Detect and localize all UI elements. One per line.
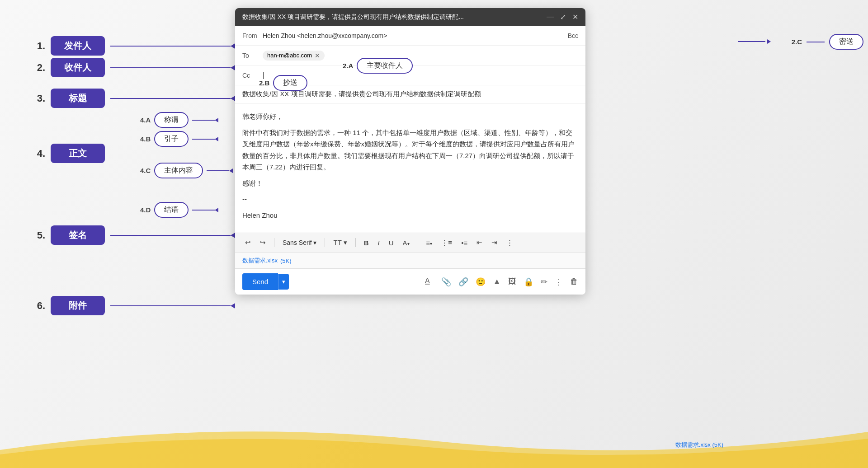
redo-btn[interactable]: ↪ [257, 237, 269, 248]
annotation-number-1: 1. [27, 40, 45, 52]
send-bar: Send ▾ A 📎 🔗 🙂 ▲ 🖼 🔒 ✏ ⋮ 🗑 [235, 268, 585, 295]
annotation-number-3: 3. [27, 93, 45, 104]
photo-icon[interactable]: 🖼 [508, 277, 516, 286]
right-num-2c: 2.C [792, 38, 802, 46]
body-signature-dash: -- [242, 193, 578, 205]
maximize-btn[interactable]: ⤢ [560, 13, 566, 21]
from-value: Helen Zhou <helen.zhou@xxcompany.com> [263, 32, 568, 39]
minimize-btn[interactable]: — [547, 13, 554, 21]
toolbar-sep-3 [355, 238, 356, 247]
recipient-chip[interactable]: han-m@abc.com ✕ [263, 51, 325, 61]
indent-more-btn[interactable]: ⇥ [489, 237, 500, 248]
bullet-list-btn[interactable]: •≡ [458, 237, 470, 248]
from-row: From Helen Zhou <helen.zhou@xxcompany.co… [235, 26, 585, 46]
attachment-filename: 数据需求.xlsx [242, 257, 278, 265]
email-compose-window: 数据收集/因 XX 项目调研需要，请提供贵公司现有用户结构数据供制定调研配...… [235, 8, 585, 295]
recipient-remove-btn[interactable]: ✕ [315, 52, 320, 59]
annotation-number-6: 6. [27, 300, 45, 312]
annotation-6: 6. 附件 [27, 296, 235, 315]
sub-num-4c: 4.C [140, 167, 151, 174]
undo-btn[interactable]: ↩ [242, 237, 254, 248]
annotation-number-4: 4. [27, 148, 45, 159]
toolbar-sep-2 [325, 238, 325, 247]
align-btn[interactable]: ≡▾ [424, 237, 435, 248]
sub-annotation-4a: 4.A 称谓 [140, 112, 218, 128]
right-badge-2a: 主要收件人 [357, 58, 413, 74]
text-size-btn[interactable]: TT ▾ [330, 237, 349, 248]
font-color-btn[interactable]: A▾ [400, 237, 412, 248]
sub-badge-4c: 主体内容 [154, 163, 203, 178]
link-icon[interactable]: 🔗 [458, 277, 468, 287]
body-closing: 感谢！ [242, 178, 578, 189]
annotation-2: 2. 收件人 [27, 58, 235, 77]
cc-input[interactable] [264, 72, 578, 79]
bcc-arrow-line [738, 39, 771, 44]
font-family-label: Sans Serif [283, 239, 312, 246]
annotation-badge-5: 签名 [51, 225, 105, 245]
sub-badge-4b: 引子 [154, 131, 189, 147]
formatting-toolbar: ↩ ↪ Sans Serif ▾ TT ▾ B I U A▾ ≡▾ ⋮≡ •≡ … [235, 233, 585, 252]
right-num-2b: 2.B [259, 79, 269, 87]
right-badge-2c: 密送 [829, 34, 863, 50]
text-underline-icon[interactable]: A [425, 276, 434, 287]
annotation-3: 3. 标题 [27, 89, 235, 108]
sub-badge-4a: 称谓 [154, 112, 189, 128]
attach-icon[interactable]: 📎 [441, 277, 451, 287]
sub-num-4d: 4.D [140, 206, 151, 214]
send-dropdown-btn[interactable]: ▾ [278, 274, 289, 290]
right-arrow-line-2c [807, 42, 825, 42]
sub-num-4b: 4.B [140, 135, 151, 143]
body-paragraph: 附件中有我们对于数据的需求，一种 11 个，其中包括单一维度用户数据（区域、渠道… [242, 127, 578, 173]
email-body[interactable]: 韩老师你好， 附件中有我们对于数据的需求，一种 11 个，其中包括单一维度用户数… [235, 103, 585, 233]
pencil-icon[interactable]: ✏ [541, 277, 547, 287]
annotation-5: 5. 签名 [27, 225, 235, 245]
close-btn[interactable]: ✕ [572, 13, 578, 21]
attachment-chip[interactable]: 数据需求.xlsx (5K) [242, 257, 292, 265]
body-signature-name: Helen Zhou [242, 210, 578, 221]
right-badge-2b: 抄送 [273, 75, 307, 91]
bottom-attach-filename: 数据需求.xlsx [675, 441, 711, 448]
annotation-badge-2: 收件人 [51, 58, 105, 77]
window-controls[interactable]: — ⤢ ✕ [547, 13, 578, 21]
toolbar-sep-1 [274, 238, 274, 247]
sub-annotation-4b: 4.B 引子 [140, 131, 218, 147]
sub-num-4a: 4.A [140, 116, 151, 124]
send-toolbar-icons: A 📎 🔗 🙂 ▲ 🖼 🔒 ✏ ⋮ 🗑 [425, 276, 578, 287]
recipient-email: han-m@abc.com [267, 52, 312, 59]
to-label: To [242, 52, 263, 59]
more-options-icon[interactable]: ⋮ [555, 277, 563, 287]
window-titlebar: 数据收集/因 XX 项目调研需要，请提供贵公司现有用户结构数据供制定调研配...… [235, 8, 585, 26]
bottom-attach-label[interactable]: 数据需求.xlsx (5K) [675, 441, 723, 449]
bottom-attach-size: (5K) [712, 441, 723, 448]
right-annotation-2a: 2.A 主要收件人 [343, 58, 413, 74]
font-family-btn[interactable]: Sans Serif ▾ [280, 237, 319, 248]
emoji-icon[interactable]: 🙂 [476, 277, 486, 287]
italic-btn[interactable]: I [375, 237, 382, 248]
right-annotation-2c: 2.C 密送 [792, 34, 863, 50]
delete-icon[interactable]: 🗑 [570, 277, 578, 286]
more-format-btn[interactable]: ⋮ [504, 237, 516, 248]
window-title: 数据收集/因 XX 项目调研需要，请提供贵公司现有用户结构数据供制定调研配... [242, 13, 547, 21]
from-label: From [242, 32, 263, 39]
bcc-label: Bcc [568, 32, 578, 39]
sub-annotation-4c: 4.C 主体内容 [140, 163, 233, 178]
numbered-list-btn[interactable]: ⋮≡ [439, 237, 455, 248]
bottom-right-attachment: 数据需求.xlsx (5K) [675, 441, 723, 449]
send-button[interactable]: Send [242, 273, 278, 290]
annotation-number-5: 5. [27, 229, 45, 241]
annotation-badge-4: 正文 [51, 144, 105, 163]
attachment-bar: 数据需求.xlsx (5K) [235, 252, 585, 268]
annotation-number-2: 2. [27, 62, 45, 74]
indent-less-btn[interactable]: ⇤ [474, 237, 485, 248]
bold-btn[interactable]: B [361, 237, 372, 248]
send-button-group: Send ▾ [242, 273, 289, 290]
annotation-badge-6: 附件 [51, 296, 105, 315]
drive-icon[interactable]: ▲ [493, 277, 501, 286]
underline-btn[interactable]: U [386, 237, 396, 248]
lock-icon[interactable]: 🔒 [524, 277, 533, 287]
annotation-badge-3: 标题 [51, 89, 105, 108]
svg-text:A: A [425, 277, 430, 285]
annotation-1: 1. 发件人 [27, 36, 235, 56]
annotation-badge-1: 发件人 [51, 36, 105, 56]
attachment-size: (5K) [280, 257, 292, 264]
